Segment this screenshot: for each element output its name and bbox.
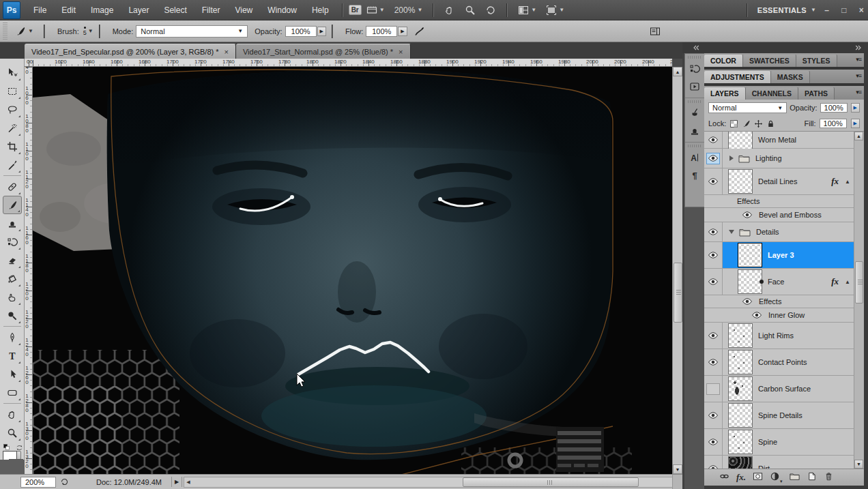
layer-name[interactable]: Light Rims (758, 331, 794, 340)
hand-tool-button[interactable] (442, 3, 458, 17)
maximize-button[interactable]: □ (837, 5, 851, 15)
layer-name[interactable]: Inner Glow (768, 311, 805, 319)
vertical-ruler[interactable]: 4010601080110011201140116011801200122012… (25, 67, 33, 474)
visibility-toggle[interactable] (707, 331, 719, 341)
zoom-percent-input[interactable]: 200% (20, 477, 56, 488)
dodge-tool[interactable] (3, 306, 22, 325)
zoom-tool-button[interactable] (462, 3, 478, 17)
adjustments-panel-menu-icon[interactable]: ▾≡ (856, 72, 861, 79)
adjustment-layer-button[interactable]: ▾ (770, 471, 783, 484)
smudge-tool[interactable] (3, 288, 22, 306)
rectangular-marquee-tool[interactable] (3, 82, 22, 100)
layer-name[interactable]: Layer 3 (768, 251, 794, 259)
layer-name[interactable]: Worn Metal (758, 136, 796, 144)
screen-mode-button[interactable]: ▼ (543, 3, 567, 17)
menu-help[interactable]: Help (304, 0, 336, 20)
layer-thumbnail[interactable] (728, 430, 753, 454)
brush-preset-preview[interactable]: 5 (83, 27, 87, 35)
layer-thumbnail[interactable] (738, 269, 762, 294)
layer-name[interactable]: Bevel and Emboss (759, 211, 822, 219)
layer-row-contact-points[interactable]: Contact Points (704, 349, 854, 376)
clone-stamp-tool[interactable] (3, 214, 22, 233)
menu-view[interactable]: View (227, 0, 260, 20)
menu-filter[interactable]: Filter (194, 0, 228, 20)
color-tab-swatches[interactable]: SWATCHES (743, 55, 796, 67)
blend-mode-select[interactable]: Normal▼ (136, 25, 248, 38)
color-tab-styles[interactable]: STYLES (796, 55, 837, 67)
history-panel-icon[interactable] (686, 60, 703, 78)
effect-row-effects[interactable]: Effects (704, 295, 854, 308)
history-brush-tool[interactable] (3, 233, 22, 251)
layer-thumbnail[interactable] (728, 169, 753, 194)
layer-row-dirt[interactable]: Dirt (704, 456, 854, 469)
layer-thumbnail[interactable] (728, 350, 753, 374)
flow-slider-button[interactable]: ▶ (398, 27, 407, 36)
status-flyout-arrow[interactable]: ▶ (171, 477, 182, 487)
lock-position-icon[interactable] (754, 119, 763, 128)
new-layer-button[interactable] (807, 471, 817, 484)
layer-name[interactable]: Spine Details (758, 411, 802, 419)
layers-scroll-down[interactable]: ▼ (854, 460, 863, 469)
collapse-effects-icon[interactable]: ▲ (845, 279, 850, 285)
effect-row-effects[interactable]: Effects (704, 195, 854, 208)
spot-healing-brush-tool[interactable] (3, 177, 22, 196)
link-button[interactable] (719, 471, 729, 484)
layer-style-fx-badge[interactable]: fx (831, 176, 839, 187)
collapse-dock-icon[interactable] (854, 44, 863, 52)
layer-style-fx-badge[interactable]: fx (831, 276, 839, 287)
visibility-toggle[interactable] (707, 277, 719, 287)
mini-bridge-button[interactable]: ▼ (364, 3, 388, 17)
crop-tool[interactable] (3, 137, 22, 155)
opacity-input[interactable]: 100% (285, 26, 317, 37)
canvas-area[interactable] (33, 67, 672, 474)
brush-dropdown-arrow[interactable]: ▼ (88, 28, 93, 34)
layer-name[interactable]: Dirt (758, 464, 770, 469)
lasso-tool[interactable] (3, 100, 22, 119)
bridge-button[interactable]: Br (349, 5, 362, 15)
layer-name[interactable]: Effects (759, 297, 781, 306)
visibility-toggle[interactable] (707, 177, 719, 187)
workspace-switcher[interactable]: ESSENTIALS (757, 6, 807, 14)
new-group-button[interactable] (790, 471, 800, 484)
actions-panel-icon[interactable] (686, 78, 703, 95)
effect-row-bevel-and-emboss[interactable]: Bevel and Emboss (704, 208, 854, 222)
collapse-group-icon[interactable] (729, 230, 734, 234)
visibility-toggle[interactable] (706, 383, 720, 395)
zoom-level-dropdown[interactable]: 200%▼ (392, 4, 426, 16)
eyedropper-tool[interactable] (3, 155, 22, 174)
layer-fill-slider[interactable]: ▶ (851, 119, 860, 128)
visibility-toggle[interactable] (707, 411, 719, 421)
layers-tab-channels[interactable]: CHANNELS (746, 87, 798, 100)
layer-thumbnail[interactable] (728, 376, 753, 401)
layer-opacity-slider[interactable]: ▶ (851, 103, 860, 113)
layer-name[interactable]: Face (768, 278, 784, 286)
visibility-toggle[interactable] (707, 250, 719, 261)
toggle-panel-button[interactable] (647, 25, 663, 38)
default-colors-icon[interactable] (3, 444, 10, 450)
tool-presets-panel-icon[interactable] (686, 104, 703, 122)
layer-style-button[interactable]: fx. (736, 472, 746, 483)
layer-name[interactable]: Details (756, 228, 779, 236)
canvas-vertical-scrollbar[interactable]: ▲ ▼ (672, 67, 683, 474)
lock-transparency-icon[interactable] (729, 119, 738, 128)
horizontal-scroll-thumb[interactable] (463, 477, 639, 487)
menu-image[interactable]: Image (83, 0, 121, 20)
character-panel-icon[interactable] (686, 149, 703, 166)
menu-file[interactable]: File (26, 0, 54, 20)
layer-mask-button[interactable] (753, 471, 763, 484)
visibility-toggle[interactable] (707, 135, 719, 145)
visibility-toggle[interactable] (707, 357, 719, 368)
layer-row-worn-metal[interactable]: Worn Metal (704, 132, 854, 149)
effect-visibility-toggle[interactable] (741, 210, 753, 220)
layers-scroll-thumb[interactable] (855, 261, 863, 303)
visibility-toggle[interactable] (707, 437, 719, 447)
close-button[interactable]: × (855, 5, 868, 15)
layer-thumbnail[interactable] (728, 323, 753, 348)
canvas-image[interactable] (33, 67, 672, 474)
tab-close-icon[interactable]: × (225, 48, 229, 56)
collapse-effects-icon[interactable]: ▲ (845, 179, 850, 185)
rotate-view-button[interactable] (482, 3, 499, 17)
effect-visibility-toggle[interactable] (751, 310, 763, 321)
layer-row-light-rims[interactable]: Light Rims (704, 323, 854, 349)
collapse-icon-strip-icon[interactable] (692, 44, 700, 52)
